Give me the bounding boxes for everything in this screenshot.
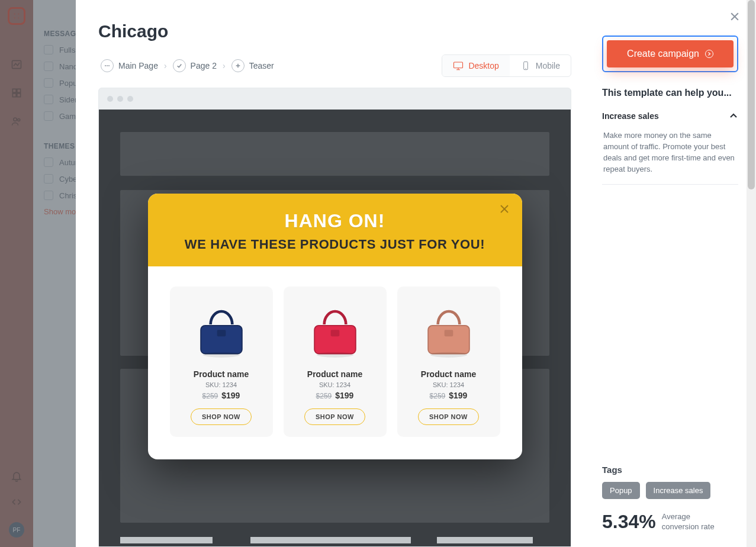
chevron-right-icon: › bbox=[223, 61, 226, 70]
page-title: Chicago bbox=[98, 21, 571, 41]
plus-icon bbox=[231, 59, 245, 72]
window-dot-icon bbox=[107, 96, 113, 102]
device-desktop-tab[interactable]: Desktop bbox=[442, 55, 509, 76]
product-image bbox=[189, 294, 254, 363]
product-image bbox=[303, 294, 368, 363]
template-detail-modal: Chicago Main Page › Page 2 bbox=[76, 0, 756, 547]
product-sku: SKU: 1234 bbox=[205, 381, 237, 388]
svg-rect-18 bbox=[454, 62, 463, 68]
svg-point-27 bbox=[202, 352, 239, 358]
chevron-right-icon: › bbox=[164, 61, 167, 70]
product-card: Product name SKU: 1234 $259$199 SHOP NOW bbox=[284, 287, 387, 437]
svg-point-33 bbox=[430, 352, 467, 358]
create-campaign-button[interactable]: Create campaign bbox=[607, 40, 734, 67]
tag-chip[interactable]: Increase sales bbox=[646, 482, 711, 499]
device-mobile-tab[interactable]: Mobile bbox=[510, 55, 571, 76]
product-sku: SKU: 1234 bbox=[319, 381, 350, 388]
check-icon bbox=[173, 59, 186, 72]
product-price: $259$199 bbox=[202, 391, 240, 400]
svg-rect-25 bbox=[201, 326, 242, 354]
breadcrumb-main[interactable]: Main Page bbox=[98, 58, 160, 73]
device-toggle: Desktop Mobile bbox=[442, 54, 571, 77]
popup-subheadline: WE HAVE THESE PRODUCTS JUST FOR YOU! bbox=[162, 237, 508, 252]
popup-preview: HANG ON! WE HAVE THESE PRODUCTS JUST FOR… bbox=[148, 194, 522, 459]
svg-rect-32 bbox=[444, 330, 453, 336]
svg-point-15 bbox=[108, 65, 110, 66]
tags-heading: Tags bbox=[602, 465, 738, 475]
shop-now-button[interactable]: SHOP NOW bbox=[191, 408, 252, 425]
svg-point-30 bbox=[316, 352, 353, 358]
desktop-icon bbox=[453, 61, 464, 70]
product-name: Product name bbox=[194, 369, 249, 379]
arrow-ring-icon bbox=[705, 50, 713, 58]
page-scrollbar[interactable] bbox=[747, 0, 756, 547]
svg-rect-26 bbox=[217, 330, 226, 336]
template-preview: HANG ON! WE HAVE THESE PRODUCTS JUST FOR… bbox=[98, 88, 571, 547]
product-price: $259$199 bbox=[430, 391, 468, 400]
svg-rect-28 bbox=[314, 326, 356, 354]
product-card: Product name SKU: 1234 $259$199 SHOP NOW bbox=[170, 287, 273, 437]
accordion-body: Make more money on the same amount of tr… bbox=[602, 124, 738, 185]
chevron-up-icon bbox=[729, 111, 738, 121]
product-card: Product name SKU: 1234 $259$199 SHOP NOW bbox=[397, 287, 500, 437]
shop-now-button[interactable]: SHOP NOW bbox=[304, 408, 365, 425]
create-campaign-highlight: Create campaign bbox=[602, 36, 738, 72]
tag-chip[interactable]: Popup bbox=[602, 482, 640, 499]
mobile-icon bbox=[520, 61, 531, 70]
product-name: Product name bbox=[307, 369, 362, 379]
dots-icon bbox=[101, 59, 114, 72]
accordion-increase-sales[interactable]: Increase sales bbox=[602, 111, 738, 124]
product-sku: SKU: 1234 bbox=[433, 381, 464, 388]
window-dot-icon bbox=[127, 96, 133, 102]
close-icon[interactable] bbox=[729, 11, 741, 24]
product-image bbox=[416, 294, 481, 363]
svg-rect-29 bbox=[330, 330, 339, 336]
shop-now-button[interactable]: SHOP NOW bbox=[418, 408, 479, 425]
product-name: Product name bbox=[421, 369, 476, 379]
breadcrumb: Main Page › Page 2 › Teaser bbox=[98, 58, 276, 73]
popup-close-icon[interactable] bbox=[498, 203, 510, 215]
breadcrumb-teaser[interactable]: Teaser bbox=[229, 58, 276, 73]
window-dot-icon bbox=[117, 96, 123, 102]
svg-point-13 bbox=[105, 65, 106, 66]
product-price: $259$199 bbox=[316, 391, 354, 400]
popup-headline: HANG ON! bbox=[162, 210, 508, 232]
svg-point-14 bbox=[107, 65, 108, 66]
breadcrumb-page2[interactable]: Page 2 bbox=[170, 58, 219, 73]
help-heading: This template can help you... bbox=[602, 88, 738, 98]
svg-rect-31 bbox=[428, 326, 469, 354]
conversion-metric: 5.34% Averageconversion rate bbox=[602, 511, 738, 533]
